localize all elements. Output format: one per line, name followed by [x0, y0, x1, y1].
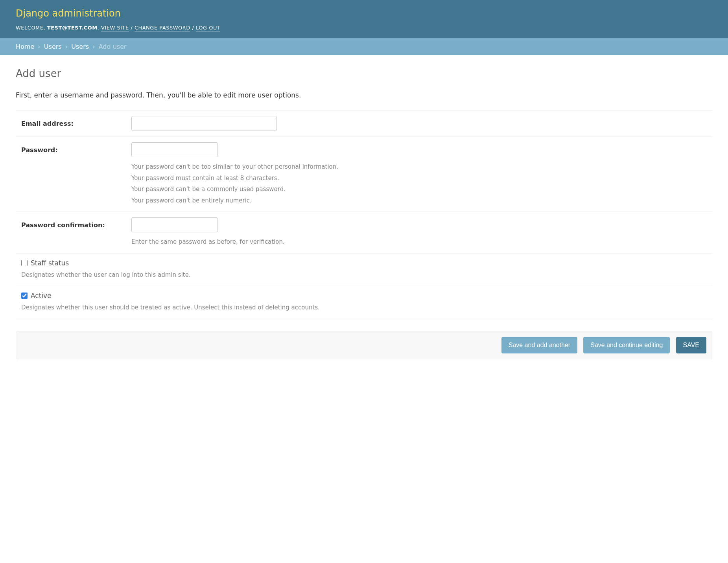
password-help-line: Your password can't be a commonly used p…	[131, 184, 712, 195]
page-title: Add user	[16, 68, 712, 79]
staff-status-checkbox[interactable]	[21, 260, 28, 266]
current-user: TEST@TEST.COM	[47, 25, 98, 31]
staff-status-help: Designates whether the user can log into…	[21, 269, 707, 281]
password-row: Password: Your password can't be too sim…	[16, 137, 712, 212]
breadcrumbs: Home › Users › Users › Add user	[0, 38, 728, 55]
page-intro: First, enter a username and password. Th…	[16, 91, 712, 99]
user-tools: Welcome, TEST@TEST.COM. View site / Chan…	[16, 24, 712, 32]
admin-header: Django administration Welcome, TEST@TEST…	[0, 0, 728, 38]
password-confirm-row: Password confirmation: Enter the same pa…	[16, 212, 712, 254]
breadcrumb-model[interactable]: Users	[71, 43, 89, 50]
active-row: Active Designates whether this user shou…	[16, 286, 712, 319]
logout-link[interactable]: Log out	[196, 25, 220, 31]
email-label: Email address:	[16, 116, 126, 127]
password-confirm-help: Enter the same password as before, for v…	[131, 236, 712, 248]
breadcrumb-current: Add user	[99, 43, 127, 50]
add-user-form: Email address: Password: Your password c…	[16, 110, 712, 359]
password-label: Password:	[16, 142, 126, 154]
active-label[interactable]: Active	[31, 292, 52, 300]
breadcrumb-home[interactable]: Home	[16, 43, 34, 50]
site-title: Django administration	[16, 6, 712, 21]
password-confirm-label: Password confirmation:	[16, 217, 126, 229]
active-checkbox[interactable]	[21, 293, 28, 299]
active-help: Designates whether this user should be t…	[21, 302, 707, 313]
password-input[interactable]	[131, 142, 218, 157]
breadcrumb-app[interactable]: Users	[44, 43, 62, 50]
password-help: Your password can't be too similar to yo…	[131, 161, 712, 206]
save-continue-button[interactable]	[583, 337, 670, 353]
change-password-link[interactable]: Change password	[135, 25, 190, 31]
password-help-line: Your password can't be too similar to yo…	[131, 161, 712, 173]
view-site-link[interactable]: View site	[101, 25, 129, 31]
staff-status-label[interactable]: Staff status	[31, 259, 69, 267]
email-row: Email address:	[16, 110, 712, 137]
staff-status-row: Staff status Designates whether the user…	[16, 254, 712, 287]
save-button[interactable]	[676, 337, 707, 353]
password-confirm-input[interactable]	[131, 217, 218, 232]
password-help-line: Your password can't be entirely numeric.	[131, 195, 712, 206]
welcome-text: Welcome,	[16, 25, 47, 31]
submit-row	[16, 331, 712, 359]
email-input[interactable]	[131, 116, 277, 131]
password-help-line: Your password must contain at least 8 ch…	[131, 173, 712, 184]
save-add-another-button[interactable]	[501, 337, 577, 353]
